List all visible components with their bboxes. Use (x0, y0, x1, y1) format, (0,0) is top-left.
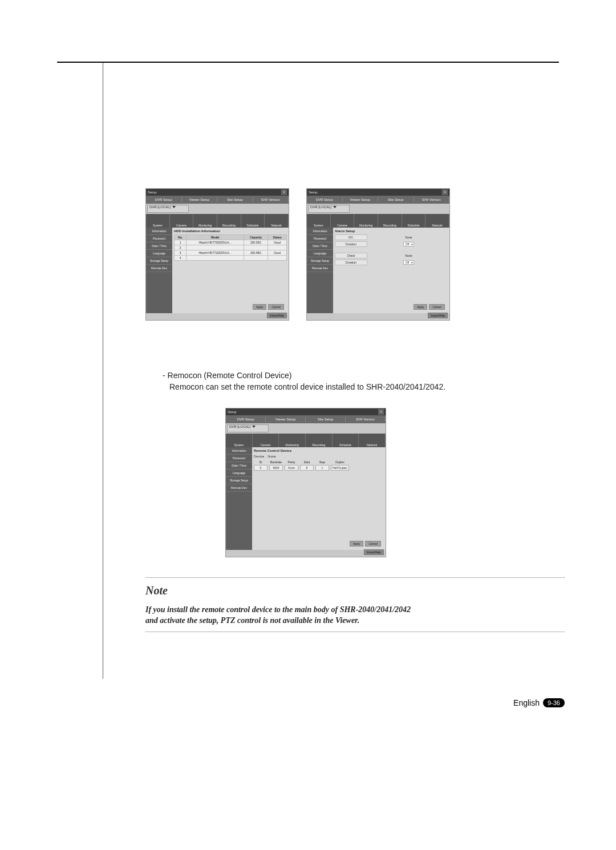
side-remote[interactable]: Remote Dev (226, 484, 252, 492)
cancel-button[interactable]: Cancel (365, 541, 381, 547)
side-datetime[interactable]: Date / Time (146, 242, 172, 250)
panel-title: Remote Control Device (254, 449, 384, 452)
id-select[interactable]: 0 (254, 465, 268, 471)
chevron-down-icon (252, 426, 256, 428)
main-tabbar[interactable]: DVR Setup Viewer Setup Site Setup S/W Ve… (226, 415, 386, 423)
tab-dvr-setup[interactable]: DVR Setup (307, 197, 343, 202)
cat-system[interactable]: System (146, 214, 170, 228)
window-title: Setup (228, 410, 237, 414)
cancel-button[interactable]: Cancel (268, 304, 284, 310)
page-number-badge: 9-36 (543, 698, 565, 707)
cat-recording[interactable]: Recording (306, 434, 333, 447)
close-icon[interactable]: × (281, 189, 287, 195)
side-information[interactable]: Information (226, 447, 252, 455)
category-tabbar[interactable]: System Camera Monitoring Recording Sched… (226, 434, 386, 447)
cat-system[interactable]: System (307, 214, 331, 228)
duplex-select[interactable]: Half Duplex (331, 465, 349, 471)
tab-sw-version[interactable]: S/W Version (253, 197, 289, 202)
alarm-no-value: None (370, 234, 448, 240)
cat-recording[interactable]: Recording (378, 214, 402, 228)
remote-params: ID0 Baudrate9600 ParityNone Data8 Stop1 … (254, 460, 384, 471)
side-language[interactable]: Language (146, 250, 172, 257)
table-row: 3Hitachi HDT722525VLA...250.08GGood (175, 250, 287, 256)
stop-select[interactable]: 1 (315, 465, 329, 471)
main-tabbar[interactable]: DVR Setup Viewer Setup Site Setup S/W Ve… (146, 196, 289, 204)
note-body: If you install the remote control device… (145, 605, 411, 626)
side-storage[interactable]: Storage Setup (146, 257, 172, 265)
footer-language: English (513, 698, 540, 707)
note-heading: Note (145, 584, 168, 597)
tab-site-setup[interactable]: Site Setup (306, 417, 346, 422)
parity-select[interactable]: None (285, 465, 298, 471)
cat-schedule[interactable]: Schedule (333, 434, 359, 447)
side-language[interactable]: Language (226, 469, 252, 477)
side-information[interactable]: Information (146, 228, 172, 235)
cat-camera[interactable]: Camera (331, 214, 355, 228)
top-rule (57, 62, 559, 63)
category-tabbar[interactable]: System Camera Monitoring Recording Sched… (146, 214, 289, 228)
instant-help-button[interactable]: InstantHelp (267, 313, 287, 318)
duration-select[interactable]: Off (403, 260, 415, 265)
cat-recording[interactable]: Recording (217, 214, 241, 228)
side-password[interactable]: Password (307, 235, 333, 242)
dvr-select[interactable]: DVR [LOCAL] (308, 205, 350, 213)
main-tabbar[interactable]: DVR Setup Viewer Setup Site Setup S/W Ve… (307, 196, 449, 204)
cat-monitoring[interactable]: Monitoring (354, 214, 378, 228)
alarm-check-label: Check (335, 253, 367, 258)
apply-button[interactable]: Apply (350, 541, 364, 547)
instant-help-button[interactable]: InstantHelp (364, 549, 384, 555)
side-language[interactable]: Language (307, 250, 333, 257)
side-nav[interactable]: Information Password Date / Time Languag… (226, 447, 252, 550)
data-select[interactable]: 8 (300, 465, 314, 471)
screenshot-alarm-setup: Setup × DVR Setup Viewer Setup Site Setu… (306, 188, 450, 321)
tab-sw-version[interactable]: S/W Version (414, 197, 450, 202)
duration-select[interactable]: Off (403, 242, 415, 246)
device-select[interactable]: None (268, 455, 313, 458)
baudrate-select[interactable]: 9600 (269, 465, 283, 471)
cancel-button[interactable]: Cancel (429, 304, 445, 310)
side-datetime[interactable]: Date / Time (226, 462, 252, 469)
chevron-down-icon (333, 206, 337, 208)
close-icon[interactable]: × (378, 409, 384, 415)
side-nav[interactable]: Information Password Date / Time Languag… (307, 228, 333, 313)
cat-schedule[interactable]: Schedule (241, 214, 265, 228)
instant-help-button[interactable]: InstantHelp (428, 313, 448, 318)
cat-network[interactable]: Network (425, 214, 449, 228)
side-remote[interactable]: Remote Dev (307, 265, 333, 272)
dvr-select[interactable]: DVR [LOCAL] (147, 205, 189, 213)
side-information[interactable]: Information (307, 228, 333, 235)
device-label: Device (254, 455, 264, 458)
apply-button[interactable]: Apply (414, 304, 428, 310)
side-datetime[interactable]: Date / Time (307, 242, 333, 250)
side-storage[interactable]: Storage Setup (226, 477, 252, 484)
window-title: Setup (309, 191, 318, 194)
tab-viewer-setup[interactable]: Viewer Setup (266, 417, 306, 422)
tab-dvr-setup[interactable]: DVR Setup (146, 197, 182, 202)
cat-camera[interactable]: Camera (170, 214, 194, 228)
side-nav[interactable]: Information Password Date / Time Languag… (146, 228, 172, 313)
table-row: 4 (175, 256, 287, 261)
apply-button[interactable]: Apply (253, 304, 267, 310)
cat-camera[interactable]: Camera (253, 434, 279, 447)
dotted-divider (145, 632, 565, 632)
cat-system[interactable]: System (226, 434, 253, 447)
side-password[interactable]: Password (226, 455, 252, 462)
cat-monitoring[interactable]: Monitoring (279, 434, 306, 447)
duration-label: Duration (335, 260, 367, 265)
side-remote[interactable]: Remote Dev (146, 265, 172, 272)
cat-monitoring[interactable]: Monitoring (193, 214, 217, 228)
tab-site-setup[interactable]: Site Setup (378, 197, 414, 202)
cat-network[interactable]: Network (265, 214, 289, 228)
tab-site-setup[interactable]: Site Setup (217, 197, 253, 202)
close-icon[interactable]: × (442, 189, 448, 195)
category-tabbar[interactable]: System Camera Monitoring Recording Sched… (307, 214, 449, 228)
cat-network[interactable]: Network (359, 434, 386, 447)
side-storage[interactable]: Storage Setup (307, 257, 333, 265)
side-password[interactable]: Password (146, 235, 172, 242)
tab-dvr-setup[interactable]: DVR Setup (226, 417, 266, 422)
cat-schedule[interactable]: Schedule (402, 214, 426, 228)
tab-viewer-setup[interactable]: Viewer Setup (182, 197, 218, 202)
tab-sw-version[interactable]: S/W Version (346, 417, 386, 422)
dvr-select[interactable]: DVR [LOCAL] (227, 424, 269, 432)
tab-viewer-setup[interactable]: Viewer Setup (343, 197, 379, 202)
